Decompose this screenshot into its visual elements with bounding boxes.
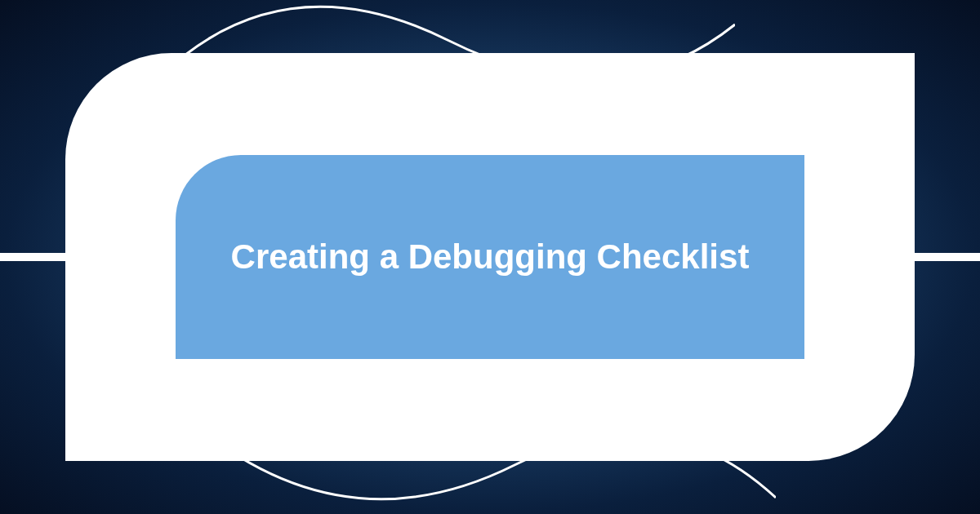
horizontal-accent-left (0, 253, 65, 261)
horizontal-accent-right (915, 253, 980, 261)
inner-card-shape: Creating a Debugging Checklist (176, 155, 804, 359)
page-title: Creating a Debugging Checklist (182, 235, 799, 280)
